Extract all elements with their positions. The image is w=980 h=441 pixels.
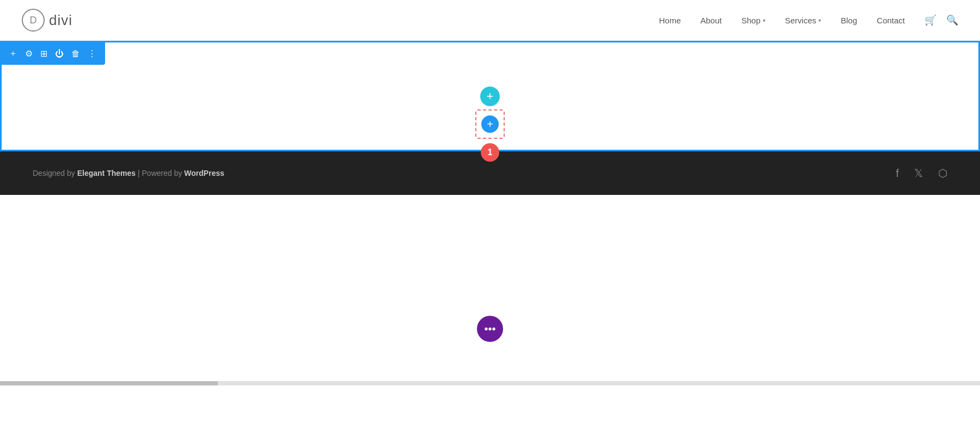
below-fold-area: •••: [0, 195, 980, 385]
toolbar-layout-button[interactable]: ⊞: [37, 46, 51, 61]
content-area: + + 1: [0, 42, 980, 151]
instagram-icon[interactable]: ⬡: [938, 167, 947, 180]
section-badge: 1: [481, 143, 499, 162]
add-row-button[interactable]: +: [481, 115, 499, 133]
add-module-button[interactable]: +: [480, 87, 500, 106]
toolbar-settings-button[interactable]: ⚙: [22, 46, 36, 61]
nav-item-blog[interactable]: Blog: [841, 16, 857, 25]
footer-socials: f 𝕏 ⬡: [896, 167, 947, 180]
toolbar-delete-button[interactable]: 🗑: [68, 47, 83, 61]
nav-item-contact[interactable]: Contact: [877, 16, 905, 25]
search-icon[interactable]: 🔍: [946, 14, 958, 26]
elegant-themes-link[interactable]: Elegant Themes: [77, 169, 136, 177]
nav-icons: 🛒 🔍: [924, 14, 958, 26]
services-chevron-icon: ▾: [818, 17, 821, 23]
nav-item-about[interactable]: About: [700, 16, 721, 25]
add-row-box: +: [475, 109, 505, 139]
cart-icon[interactable]: 🛒: [924, 14, 936, 26]
bottom-bar: [0, 381, 980, 385]
logo-circle: D: [22, 9, 45, 32]
logo-letter: D: [30, 15, 37, 26]
nav-item-services[interactable]: Services ▾: [785, 16, 822, 25]
more-options-button[interactable]: •••: [477, 316, 503, 342]
nav-item-shop[interactable]: Shop ▾: [742, 16, 765, 25]
main-section: ＋ ⚙ ⊞ ⏻ 🗑 ⋮ + + 1: [0, 41, 980, 151]
nav-item-home[interactable]: Home: [659, 16, 681, 25]
main-nav: Home About Shop ▾ Services ▾ Blog Contac…: [659, 14, 958, 26]
shop-chevron-icon: ▾: [763, 17, 765, 23]
toolbar-toggle-button[interactable]: ⏻: [52, 47, 67, 61]
section-toolbar: ＋ ⚙ ⊞ ⏻ 🗑 ⋮: [0, 42, 105, 65]
add-row-area: + 1: [475, 109, 505, 162]
bottom-bar-segment: [0, 381, 218, 385]
toolbar-more-button[interactable]: ⋮: [84, 46, 100, 61]
logo-name: divi: [49, 12, 72, 29]
twitter-icon[interactable]: 𝕏: [914, 167, 923, 180]
wordpress-link[interactable]: WordPress: [184, 169, 224, 177]
footer-credit: Designed by Elegant Themes | Powered by …: [33, 169, 224, 177]
toolbar-add-button[interactable]: ＋: [5, 46, 21, 62]
facebook-icon[interactable]: f: [896, 167, 899, 180]
site-logo[interactable]: D divi: [22, 9, 72, 32]
site-header: D divi Home About Shop ▾ Services ▾ Blog…: [0, 0, 980, 41]
